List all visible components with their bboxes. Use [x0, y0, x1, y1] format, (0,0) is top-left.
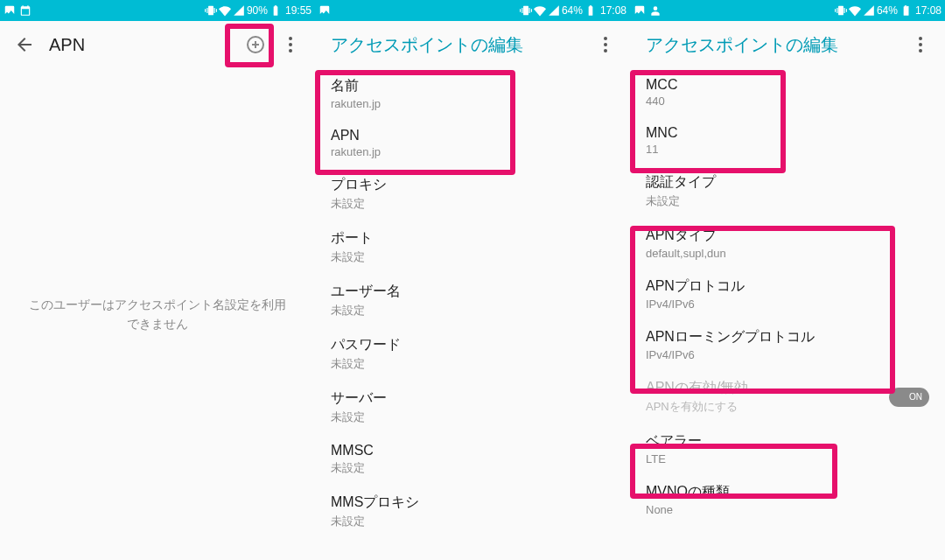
field-username[interactable]: ユーザー名未設定	[315, 274, 630, 327]
svg-point-8	[919, 43, 922, 46]
vibrate-icon	[205, 4, 217, 17]
overflow-menu[interactable]	[903, 27, 938, 62]
field-bearer[interactable]: ベアラーLTE	[630, 424, 945, 474]
vibrate-icon	[520, 4, 532, 17]
overflow-menu[interactable]	[273, 27, 308, 62]
person-icon	[649, 4, 662, 17]
battery-icon	[900, 4, 912, 17]
screen-edit-apn-2: 64% 17:08 アクセスポイントの編集 MCC440 MNC11 認証タイプ…	[630, 0, 945, 560]
clock: 17:08	[600, 4, 626, 17]
field-proxy[interactable]: プロキシ未設定	[315, 167, 630, 220]
wifi-icon	[219, 4, 231, 17]
appbar: アクセスポイントの編集	[630, 21, 945, 68]
field-apn-enable[interactable]: APNの有効/無効 APNを有効にする ON	[630, 370, 945, 424]
page-title: APN	[42, 35, 238, 55]
battery-pct: 64%	[562, 4, 583, 17]
field-apn-protocol[interactable]: APNプロトコルIPv4/IPv6	[630, 269, 945, 319]
empty-state-message: このユーザーはアクセスポイント名設定を利用 できません	[0, 68, 315, 560]
svg-point-3	[289, 49, 292, 52]
back-button[interactable]	[7, 27, 42, 62]
field-port[interactable]: ポート未設定	[315, 220, 630, 274]
svg-point-2	[289, 43, 292, 46]
field-name[interactable]: 名前rakuten.jp	[315, 68, 630, 119]
wifi-icon	[534, 4, 546, 17]
field-apn-type[interactable]: APNタイプdefault,supl,dun	[630, 218, 945, 269]
appbar: APN	[0, 21, 315, 68]
settings-list: 名前rakuten.jp APNrakuten.jp プロキシ未設定 ポート未設…	[315, 68, 630, 560]
svg-point-1	[289, 37, 292, 40]
picture-icon	[318, 4, 331, 17]
overflow-menu[interactable]	[588, 27, 623, 62]
page-title: アクセスポイントの編集	[637, 33, 903, 57]
svg-point-7	[919, 37, 922, 40]
svg-point-4	[604, 37, 607, 40]
status-bar: 90% 19:55	[0, 0, 315, 21]
field-password[interactable]: パスワード未設定	[315, 327, 630, 381]
vibrate-icon	[835, 4, 847, 17]
content: このユーザーはアクセスポイント名設定を利用 できません	[0, 68, 315, 560]
page-title: アクセスポイントの編集	[322, 33, 588, 57]
screen-edit-apn-1: 64% 17:08 アクセスポイントの編集 名前rakuten.jp APNra…	[315, 0, 630, 560]
field-mmsc[interactable]: MMSC未設定	[315, 434, 630, 485]
signal-icon	[233, 4, 245, 17]
status-bar: 64% 17:08	[630, 0, 945, 21]
battery-pct: 64%	[877, 4, 898, 17]
field-mms-proxy[interactable]: MMSプロキシ未設定	[315, 485, 630, 538]
field-apn[interactable]: APNrakuten.jp	[315, 119, 630, 167]
field-mcc[interactable]: MCC440	[630, 68, 945, 116]
picture-icon	[634, 4, 646, 17]
settings-list: MCC440 MNC11 認証タイプ未設定 APNタイプdefault,supl…	[630, 68, 945, 560]
field-auth-type[interactable]: 認証タイプ未設定	[630, 164, 945, 218]
field-mvno-type[interactable]: MVNOの種類None	[630, 474, 945, 525]
battery-icon	[270, 4, 282, 17]
apn-enable-switch[interactable]: ON	[889, 388, 929, 407]
svg-point-6	[604, 49, 607, 52]
clock: 19:55	[285, 4, 312, 17]
field-apn-roaming-protocol[interactable]: APNローミングプロトコルIPv4/IPv6	[630, 319, 945, 370]
picture-icon	[4, 4, 16, 17]
screen-apn-list: 90% 19:55 APN このユーザーはアクセスポイント名設定を利用 できませ…	[0, 0, 315, 560]
battery-icon	[584, 4, 597, 17]
wifi-icon	[849, 4, 861, 17]
appbar: アクセスポイントの編集	[315, 21, 630, 68]
signal-icon	[548, 4, 560, 17]
calendar-icon	[19, 4, 32, 17]
svg-point-5	[604, 43, 607, 46]
field-server[interactable]: サーバー未設定	[315, 381, 630, 434]
add-apn-button[interactable]	[238, 27, 273, 62]
status-bar: 64% 17:08	[315, 0, 630, 21]
svg-point-9	[919, 49, 922, 52]
signal-icon	[863, 4, 875, 17]
clock: 17:08	[915, 4, 942, 17]
battery-pct: 90%	[247, 4, 268, 17]
field-mnc[interactable]: MNC11	[630, 116, 945, 164]
